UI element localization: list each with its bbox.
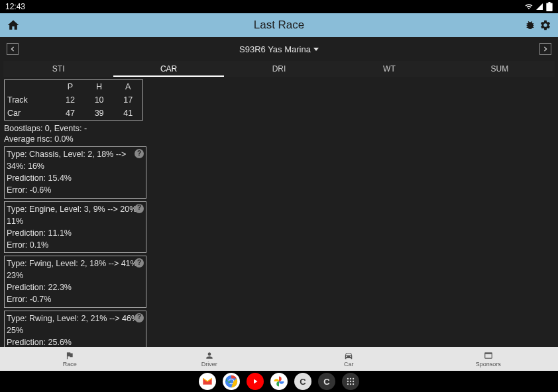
battery-icon [546, 2, 553, 11]
wifi-icon [525, 3, 533, 11]
gmail-app-icon[interactable] [199, 373, 216, 390]
part-err: Error: -0.7% [7, 293, 144, 305]
col-a: A [113, 80, 142, 93]
row-label: Track [5, 93, 56, 107]
nav-sponsors[interactable]: Sponsors [419, 347, 559, 371]
nav-label: Race [63, 361, 77, 368]
boostlaps-info: Boostlaps: 0, Events: - [4, 124, 554, 133]
prev-track-button[interactable] [7, 43, 19, 55]
app-bar: Last Race [0, 13, 558, 37]
svg-point-10 [350, 383, 351, 385]
tab-car[interactable]: CAR [113, 61, 223, 77]
part-err: Error: -0.6% [7, 184, 144, 196]
risc-info: Average risc: 0.0% [4, 134, 554, 144]
cell: 17 [113, 93, 142, 107]
nav-label: Sponsors [476, 361, 501, 368]
table-row: Track 12 10 17 [5, 93, 142, 107]
status-icons [525, 2, 553, 11]
col-p: P [56, 80, 85, 93]
gear-icon[interactable] [539, 19, 551, 31]
chevron-left-icon [10, 46, 15, 52]
svg-point-7 [350, 381, 351, 382]
tab-sti[interactable]: STI [3, 61, 113, 77]
part-type: Type: Chassis, Level: 2, 18% --> 34%: 16… [7, 148, 144, 172]
chrome-app-icon[interactable] [223, 373, 240, 390]
part-box-engine: ? Type: Engine, Level: 3, 9% --> 20%: 11… [4, 201, 146, 254]
nav-driver[interactable]: Driver [140, 347, 280, 371]
person-icon [204, 351, 215, 360]
track-selector-bar: S93R6 Yas Marina [0, 37, 558, 61]
page-title: Last Race [254, 19, 305, 32]
help-icon[interactable]: ? [135, 204, 144, 213]
part-box-chassis: ? Type: Chassis, Level: 2, 18% --> 34%: … [4, 146, 146, 199]
car-icon [343, 351, 354, 360]
tab-wt[interactable]: WT [334, 61, 444, 77]
cell: 47 [56, 107, 85, 120]
svg-point-3 [347, 378, 349, 379]
photos-app-icon[interactable] [270, 373, 288, 390]
part-box-fwing: ? Type: Fwing, Level: 2, 18% --> 41%: 23… [4, 256, 146, 308]
chevron-right-icon [543, 46, 548, 52]
table-header-row: P H A [5, 80, 142, 93]
apps-grid-icon [346, 377, 355, 386]
tab-dri[interactable]: DRI [224, 61, 334, 77]
col-blank [5, 80, 56, 93]
system-dock: C C [0, 371, 558, 392]
part-box-rwing: ? Type: Rwing, Level: 2, 21% --> 46%: 25… [4, 311, 146, 348]
chrome-icon [225, 375, 238, 388]
part-pred: Prediction: 15.4% [7, 172, 144, 184]
part-pred: Prediction: 25.6% [7, 336, 144, 347]
svg-point-11 [353, 383, 354, 385]
status-time: 12:43 [5, 2, 25, 11]
svg-point-9 [347, 383, 349, 385]
stats-table: P H A Track 12 10 17 Car 47 39 41 [4, 79, 143, 121]
cell: 41 [113, 107, 142, 120]
youtube-icon [251, 377, 259, 385]
help-icon[interactable]: ? [135, 313, 144, 322]
app-drawer-icon[interactable] [342, 373, 359, 390]
status-bar: 12:43 [0, 0, 558, 13]
nav-label: Driver [201, 361, 217, 368]
track-dropdown[interactable]: S93R6 Yas Marina [239, 44, 319, 54]
help-icon[interactable]: ? [135, 149, 144, 158]
cell: 10 [85, 93, 114, 107]
flag-icon [64, 351, 75, 360]
svg-point-8 [353, 381, 354, 382]
col-h: H [85, 80, 114, 93]
table-row: Car 47 39 41 [5, 107, 142, 120]
signal-icon [535, 3, 543, 11]
svg-point-5 [353, 378, 354, 379]
bottom-nav: Race Driver Car Sponsors [0, 347, 558, 371]
svg-point-6 [347, 381, 349, 382]
nav-label: Car [344, 361, 354, 368]
help-icon[interactable]: ? [135, 258, 144, 268]
sponsors-icon [483, 351, 494, 360]
cell: 39 [85, 107, 114, 120]
track-name: S93R6 Yas Marina [239, 44, 311, 54]
gmail-icon [202, 377, 213, 385]
part-pred: Prediction: 22.3% [7, 281, 144, 293]
youtube-app-icon[interactable] [247, 373, 264, 390]
cell: 12 [56, 93, 85, 107]
nav-car[interactable]: Car [279, 347, 419, 371]
chevron-down-icon [313, 48, 319, 51]
app6-icon[interactable]: C [318, 373, 335, 390]
tab-bar: STI CAR DRI WT SUM [3, 61, 555, 77]
svg-point-4 [350, 378, 351, 379]
row-label: Car [5, 107, 56, 120]
nav-race[interactable]: Race [0, 347, 140, 371]
part-type: Type: Engine, Level: 3, 9% --> 20%: 11% [7, 203, 144, 227]
data-area: P H A Track 12 10 17 Car 47 39 41 Boost [0, 77, 558, 347]
tab-sum[interactable]: SUM [445, 61, 555, 77]
part-err: Error: 0.1% [7, 239, 144, 251]
app5-icon[interactable]: C [294, 373, 311, 390]
home-icon[interactable] [7, 19, 20, 32]
photos-icon [273, 375, 285, 387]
part-type: Type: Rwing, Level: 2, 21% --> 46%: 25% [7, 313, 144, 336]
bug-icon[interactable] [525, 20, 535, 30]
part-type: Type: Fwing, Level: 2, 18% --> 41%: 23% [7, 258, 144, 281]
part-pred: Prediction: 11.1% [7, 227, 144, 239]
content: S93R6 Yas Marina STI CAR DRI WT SUM P H … [0, 37, 558, 347]
next-track-button[interactable] [539, 43, 551, 55]
